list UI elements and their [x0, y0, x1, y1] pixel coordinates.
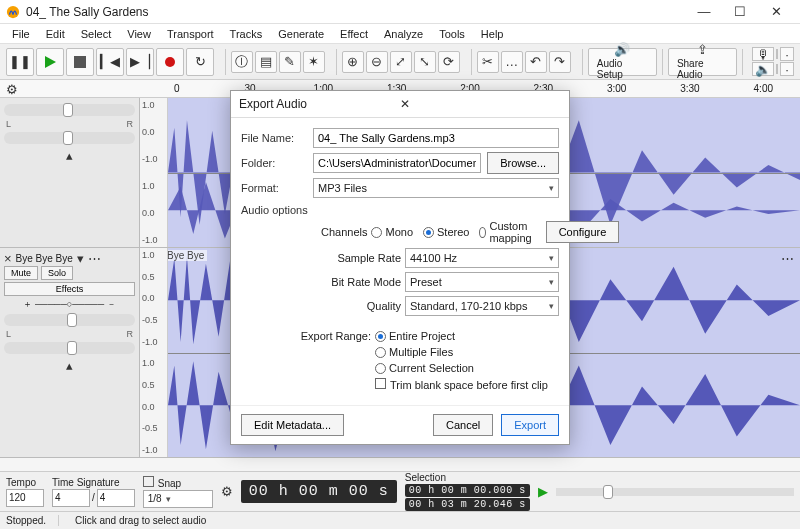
format-label: Format: — [241, 182, 307, 194]
export-button[interactable]: Export — [501, 414, 559, 436]
sample-rate-select[interactable]: 44100 Hz — [405, 248, 559, 268]
sample-rate-label: Sample Rate — [321, 252, 401, 264]
trim-checkbox[interactable]: Trim blank space before first clip — [375, 378, 548, 391]
configure-button[interactable]: Configure — [546, 221, 620, 243]
channels-label: Channels — [321, 226, 367, 238]
folder-input[interactable] — [313, 153, 481, 173]
format-select[interactable]: MP3 Files — [313, 178, 559, 198]
dialog-close-icon[interactable]: ✕ — [400, 97, 561, 111]
audio-options-heading: Audio options — [241, 204, 559, 216]
bitrate-mode-label: Bit Rate Mode — [321, 276, 401, 288]
entire-project-radio[interactable]: Entire Project — [375, 330, 455, 342]
edit-metadata-button[interactable]: Edit Metadata... — [241, 414, 344, 436]
custom-mapping-radio[interactable]: Custom mapping — [479, 220, 535, 244]
stereo-radio[interactable]: Stereo — [423, 226, 469, 238]
filename-label: File Name: — [241, 132, 307, 144]
bitrate-mode-select[interactable]: Preset — [405, 272, 559, 292]
export-audio-dialog: Export Audio ✕ File Name: Folder: Browse… — [230, 90, 570, 445]
quality-label: Quality — [321, 300, 401, 312]
folder-label: Folder: — [241, 157, 307, 169]
multiple-files-radio[interactable]: Multiple Files — [375, 346, 453, 358]
mono-radio[interactable]: Mono — [371, 226, 413, 238]
filename-input[interactable] — [313, 128, 559, 148]
cancel-button[interactable]: Cancel — [433, 414, 493, 436]
dialog-title: Export Audio — [239, 97, 400, 111]
export-range-label: Export Range: — [281, 330, 371, 342]
current-selection-radio[interactable]: Current Selection — [375, 362, 474, 374]
browse-button[interactable]: Browse... — [487, 152, 559, 174]
quality-select[interactable]: Standard, 170-210 kbps — [405, 296, 559, 316]
modal-overlay: Export Audio ✕ File Name: Folder: Browse… — [0, 0, 800, 529]
